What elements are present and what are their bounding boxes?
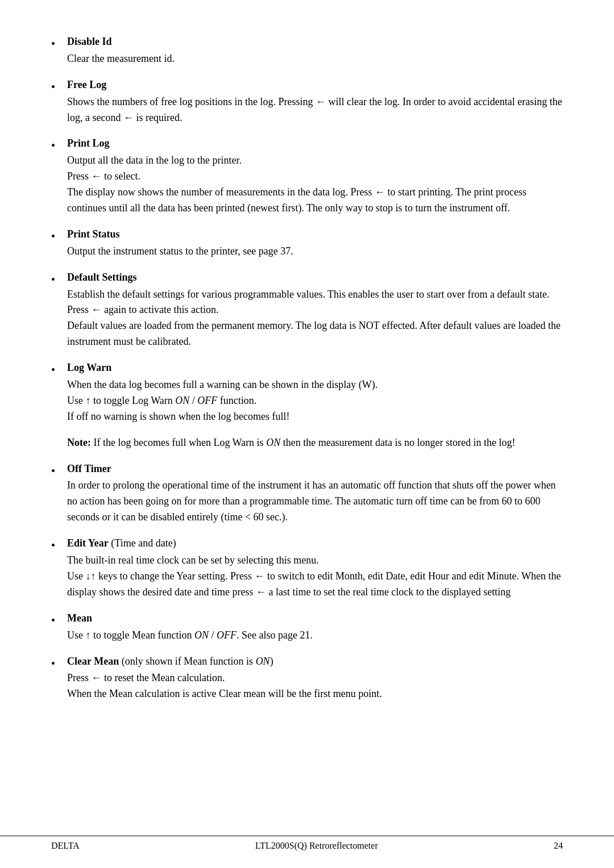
bullet-body-print-status: Output the instrument status to the prin… <box>67 244 563 260</box>
footer-right: 24 <box>554 841 563 851</box>
bullet-dot: • <box>51 611 67 629</box>
bullet-dot: • <box>51 461 67 479</box>
bullet-title-print-log: Print Log <box>67 137 110 149</box>
bullet-dot: • <box>51 270 67 288</box>
bullet-content-print-log: Print Log Output all the data in the log… <box>67 136 563 216</box>
bullet-mean: • Mean Use ↑ to toggle Mean function ON … <box>51 611 563 644</box>
bullet-content-clear-mean: Clear Mean (only shown if Mean function … <box>67 654 563 703</box>
bullet-clear-mean: • Clear Mean (only shown if Mean functio… <box>51 654 563 703</box>
page-content: • Disable Id Clear the measurement id. •… <box>0 0 614 758</box>
bullet-off-timer: • Off Timer In order to prolong the oper… <box>51 461 563 526</box>
bullet-content-disable-id: Disable Id Clear the measurement id. <box>67 34 563 67</box>
updown-arrow-icon: ↓↑ <box>86 570 96 582</box>
bullet-content-edit-year: Edit Year (Time and date) The built-in r… <box>67 536 563 600</box>
bullet-body-free-log: Shows the numbers of free log positions … <box>67 94 563 126</box>
main-bullet-list: • Disable Id Clear the measurement id. •… <box>51 34 563 425</box>
bullet-log-warn: • Log Warn When the data log becomes ful… <box>51 360 563 425</box>
enter-arrow-icon-6: ← <box>254 570 264 582</box>
page-footer: DELTA LTL2000S(Q) Retroreflectometer 24 <box>0 836 614 851</box>
footer-center: LTL2000S(Q) Retroreflectometer <box>255 841 378 851</box>
bullet-title-off-timer: Off Timer <box>67 463 111 474</box>
bullet-dot: • <box>51 536 67 554</box>
bullet-content-log-warn: Log Warn When the data log becomes full … <box>67 360 563 425</box>
enter-arrow-icon-5: ← <box>92 304 102 315</box>
bullet-print-log: • Print Log Output all the data in the l… <box>51 136 563 216</box>
enter-arrow-icon-7: ← <box>256 586 266 598</box>
bullet-default-settings: • Default Settings Establish the default… <box>51 270 563 350</box>
bullet-title-edit-year: Edit Year <box>67 537 109 549</box>
bullet-edit-year: • Edit Year (Time and date) The built-in… <box>51 536 563 600</box>
note-text: If the log becomes full when Log Warn is… <box>91 437 516 448</box>
bullet-content-print-status: Print Status Output the instrument statu… <box>67 227 563 260</box>
bullet-dot: • <box>51 360 67 378</box>
enter-arrow-icon-8: ← <box>92 672 102 683</box>
up-arrow-icon-2: ↑ <box>86 629 91 641</box>
bullet-body-edit-year: The built-in real time clock can be set … <box>67 553 563 600</box>
enter-arrow-icon-4: ← <box>375 186 385 198</box>
clear-mean-suffix: (only shown if Mean function is ON) <box>119 656 273 667</box>
bullet-dot: • <box>51 227 67 245</box>
bullet-body-mean: Use ↑ to toggle Mean function ON / OFF. … <box>67 628 563 644</box>
bullet-title-log-warn: Log Warn <box>67 362 111 373</box>
bullet-body-default-settings: Establish the default settings for vario… <box>67 287 563 350</box>
bullet-content-free-log: Free Log Shows the numbers of free log p… <box>67 77 563 126</box>
bullet-dot: • <box>51 34 67 52</box>
enter-arrow-icon-2: ← <box>123 112 134 123</box>
footer-left: DELTA <box>51 841 80 851</box>
edit-year-suffix: (Time and date) <box>109 537 176 549</box>
bullet-dot: • <box>51 77 67 95</box>
bullet-content-off-timer: Off Timer In order to prolong the operat… <box>67 461 563 526</box>
bullet-body-disable-id: Clear the measurement id. <box>67 51 563 67</box>
bullet-content-default-settings: Default Settings Establish the default s… <box>67 270 563 350</box>
bullet-body-off-timer: In order to prolong the operational time… <box>67 478 563 525</box>
secondary-bullet-list: • Off Timer In order to prolong the oper… <box>51 461 563 703</box>
bullet-body-log-warn: When the data log becomes full a warning… <box>67 377 563 425</box>
bullet-dot: • <box>51 654 67 672</box>
bullet-disable-id: • Disable Id Clear the measurement id. <box>51 34 563 67</box>
enter-arrow-icon: ← <box>316 96 326 107</box>
bullet-content-mean: Mean Use ↑ to toggle Mean function ON / … <box>67 611 563 644</box>
up-arrow-icon: ↑ <box>86 395 91 406</box>
enter-arrow-icon-3: ← <box>92 170 102 182</box>
bullet-title-default-settings: Default Settings <box>67 272 137 283</box>
bullet-dot: • <box>51 136 67 154</box>
bullet-title-free-log: Free Log <box>67 79 106 90</box>
note-block: Note: If the log becomes full when Log W… <box>67 435 563 451</box>
bullet-body-print-log: Output all the data in the log to the pr… <box>67 153 563 216</box>
bullet-free-log: • Free Log Shows the numbers of free log… <box>51 77 563 126</box>
note-label: Note: <box>67 437 91 448</box>
bullet-title-mean: Mean <box>67 612 92 624</box>
bullet-title-disable-id: Disable Id <box>67 36 112 47</box>
bullet-print-status: • Print Status Output the instrument sta… <box>51 227 563 260</box>
bullet-title-clear-mean: Clear Mean <box>67 656 119 667</box>
bullet-title-print-status: Print Status <box>67 228 120 240</box>
bullet-body-clear-mean: Press ← to reset the Mean calculation. W… <box>67 670 563 702</box>
